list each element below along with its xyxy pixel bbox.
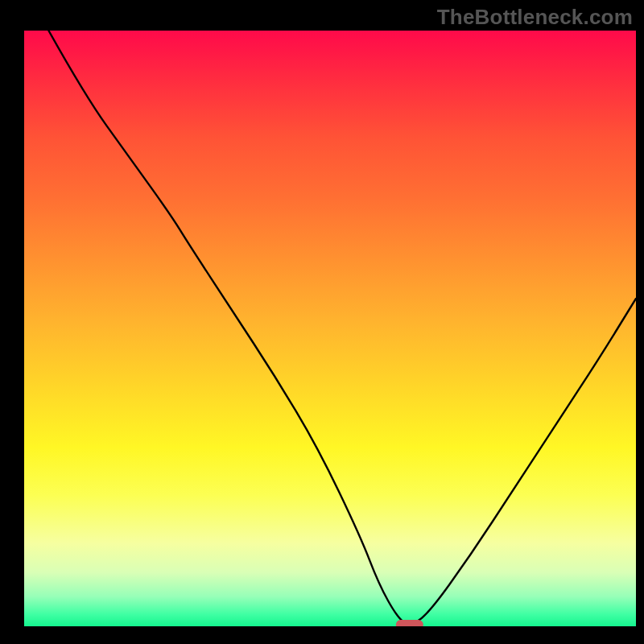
optimal-point-marker xyxy=(396,620,423,626)
plot-svg xyxy=(24,31,636,626)
plot-gradient-background xyxy=(24,31,636,626)
watermark-label: TheBottleneck.com xyxy=(437,5,633,30)
bottleneck-curve xyxy=(48,31,636,624)
chart-frame: TheBottleneck.com xyxy=(0,0,644,644)
